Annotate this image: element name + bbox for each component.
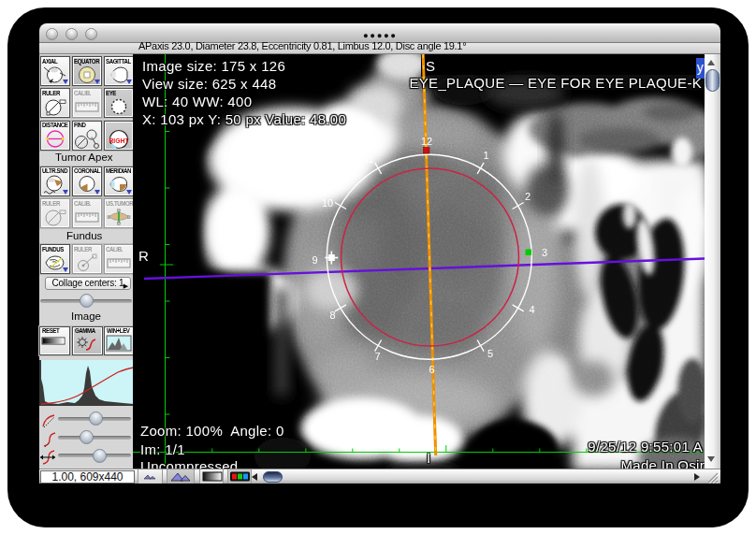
svg-text:3: 3 [542, 247, 547, 258]
svg-text:12: 12 [421, 136, 432, 147]
svg-text:1: 1 [483, 150, 488, 161]
svg-text:11: 11 [363, 153, 373, 165]
svg-text:2: 2 [525, 191, 531, 202]
svg-text:4: 4 [529, 304, 534, 315]
svg-text:9: 9 [312, 254, 317, 266]
svg-text:10: 10 [322, 197, 333, 209]
svg-text:7: 7 [374, 351, 380, 362]
svg-text:5: 5 [487, 348, 493, 359]
svg-text:RIGHT: RIGHT [109, 137, 129, 143]
svg-text:6: 6 [429, 364, 434, 375]
svg-text:8: 8 [329, 310, 335, 321]
